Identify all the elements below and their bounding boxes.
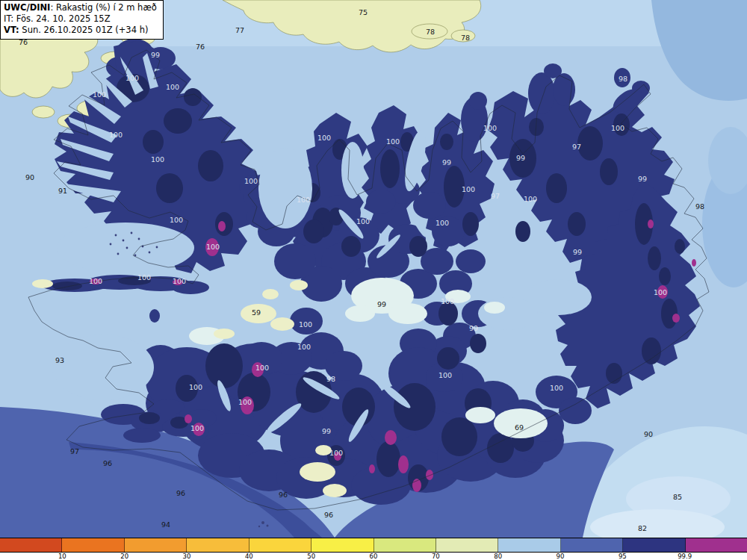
title-line-init-time: IT: Fös. 24. 10. 2025 15Z xyxy=(4,13,157,25)
colorbar-segment xyxy=(0,538,62,552)
colorbar-tick-label: 99.9 xyxy=(678,553,692,560)
valid-time-value: Sun. 26.10.2025 01Z (+34 h) xyxy=(19,25,149,35)
valid-time-label: VT: xyxy=(4,25,19,35)
model-name: UWC/DINI xyxy=(4,2,50,13)
colorbar-tick-label: 30 xyxy=(183,553,191,560)
colorbar-segment xyxy=(561,538,623,552)
colorbar-segment xyxy=(311,538,374,552)
colorbar-tick-label: 40 xyxy=(245,553,253,560)
colorbar-segment xyxy=(686,538,747,552)
title-line-parameter: UWC/DINI: Rakastig (%) í 2 m hæð xyxy=(4,2,157,13)
colorbar-tick-label: 80 xyxy=(494,553,502,560)
colorbar-segment xyxy=(187,538,249,552)
colorbar-tick-label: 60 xyxy=(370,553,378,560)
colorbar-segment xyxy=(125,538,187,552)
colorbar-tick-label: 90 xyxy=(557,553,565,560)
title-box: UWC/DINI: Rakastig (%) í 2 m hæð IT: Fös… xyxy=(0,0,164,40)
colorbar-ticks: 1020304050607080909599.9 xyxy=(0,553,747,560)
colorbar-segment xyxy=(436,538,498,552)
title-line-valid-time: VT: Sun. 26.10.2025 01Z (+34 h) xyxy=(4,25,157,36)
parameter-name: : Rakastig (%) í 2 m hæð xyxy=(50,2,156,13)
weather-map-page: 7577787876769910098100100100100100100100… xyxy=(0,0,747,560)
colorbar-segment xyxy=(498,538,560,552)
colorbar-segment xyxy=(623,538,685,552)
colorbar-tick-label: 20 xyxy=(120,553,128,560)
colorbar-tick-label: 95 xyxy=(619,553,627,560)
colorbar-segments xyxy=(0,538,747,553)
colorbar-tick-label: 70 xyxy=(432,553,440,560)
colorbar-tick-label: 10 xyxy=(58,553,66,560)
humidity-map xyxy=(0,0,747,538)
colorbar-tick-label: 50 xyxy=(307,553,315,560)
colorbar: 1020304050607080909599.9 xyxy=(0,538,747,560)
colorbar-segment xyxy=(249,538,311,552)
colorbar-segment xyxy=(62,538,124,552)
colorbar-segment xyxy=(374,538,436,552)
